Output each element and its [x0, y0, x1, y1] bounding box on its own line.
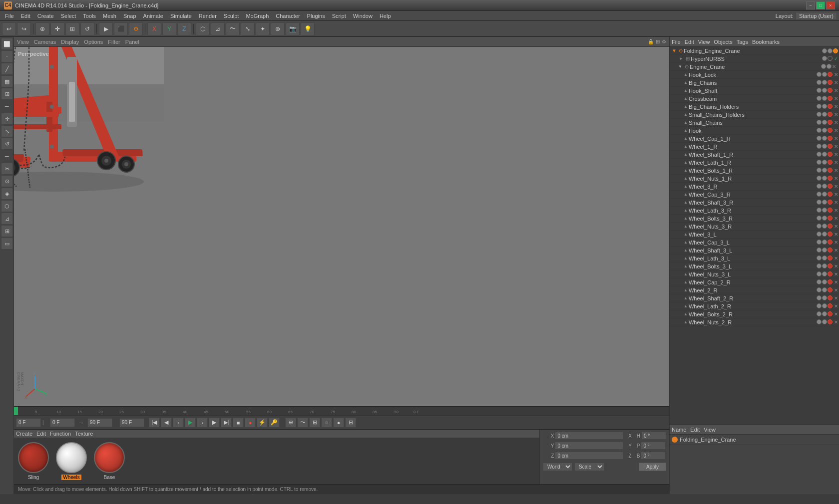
h-input[interactable]: [641, 432, 666, 440]
record2-icon[interactable]: ●: [333, 418, 344, 428]
stop-button[interactable]: ■: [233, 418, 244, 428]
layout-value[interactable]: Startup (User): [796, 12, 837, 20]
viewport[interactable]: Perspective: [14, 47, 669, 406]
select-all-icon[interactable]: ⊕: [35, 22, 49, 35]
measure-icon[interactable]: ⊿: [1, 213, 13, 225]
render-settings-icon[interactable]: ⚙: [129, 22, 143, 35]
spline-icon[interactable]: 〜: [226, 22, 240, 35]
menu-create[interactable]: Create: [34, 12, 57, 19]
tree-item-small-chains-holders[interactable]: ▲ Small_Chains_Holders ✕: [670, 111, 839, 119]
menu-script[interactable]: Script: [329, 12, 349, 19]
curve-icon[interactable]: 〜: [297, 418, 308, 428]
minimize-button[interactable]: −: [806, 1, 815, 9]
tree-item-wheel-bolts-3-l[interactable]: ▲ Wheel_Bolts_3_L ✕: [670, 262, 839, 270]
tree-item-wheel-lath-2-r[interactable]: ▲ Wheel_Lath_2_R ✕: [670, 302, 839, 310]
tree-item-wheel-lath-3-r[interactable]: ▲ Wheel_Lath_3_R ✕: [670, 207, 839, 215]
tree-item-big-chains[interactable]: ▲ Big_Chains ✕: [670, 79, 839, 87]
next-frame-button[interactable]: ›: [197, 418, 208, 428]
attr-edit-menu[interactable]: Edit: [690, 427, 700, 433]
tree-item-wheel-bolts-3-r[interactable]: ▲ Wheel_Bolts_3_R ✕: [670, 215, 839, 223]
scale-tool-icon[interactable]: ⤡: [1, 125, 13, 137]
key-all-button[interactable]: 🔑: [269, 418, 280, 428]
tree-item-wheel-cap-2-r[interactable]: ▲ Wheel_Cap_2_R ✕: [670, 278, 839, 286]
cameras-menu[interactable]: Cameras: [34, 39, 56, 45]
menu-render[interactable]: Render: [196, 12, 220, 19]
tree-item-small-chains[interactable]: ▲ Small_Chains ✕: [670, 119, 839, 127]
paint-icon[interactable]: ⬡: [1, 200, 13, 212]
z-pos-input[interactable]: [555, 452, 623, 460]
tree-item-hook-lock[interactable]: ▲ Hook_Lock ✕: [670, 71, 839, 79]
undo-icon[interactable]: ↩: [2, 22, 16, 35]
edge-mode-icon[interactable]: ╱: [1, 63, 13, 75]
filter-menu[interactable]: Filter: [108, 39, 120, 45]
tree-item-wheel-cap-3-r[interactable]: ▲ Wheel_Cap_3_R ✕: [670, 191, 839, 199]
tree-item-wheel-bolts-2-r[interactable]: ▲ Wheel_Bolts_2_R ✕: [670, 310, 839, 318]
coord-mode-select[interactable]: World Object: [543, 463, 572, 471]
mirror-icon[interactable]: ⊞: [1, 225, 13, 237]
object-mode-icon[interactable]: ⬜: [1, 38, 13, 50]
brush-icon[interactable]: ◈: [1, 188, 13, 200]
tree-item-wheel-shaft-3-r[interactable]: ▲ Wheel_Shaft_3_R ✕: [670, 199, 839, 207]
prev-key-button[interactable]: ◀: [161, 418, 172, 428]
menu-mesh[interactable]: Mesh: [100, 12, 119, 19]
om-view-menu[interactable]: View: [698, 39, 710, 45]
mat-function-menu[interactable]: Function: [50, 431, 71, 437]
attr-view-menu[interactable]: View: [704, 427, 716, 433]
tree-item-wheel-3-l[interactable]: ▲ Wheel_3_L ✕: [670, 231, 839, 239]
polygon-icon[interactable]: ⬡: [196, 22, 210, 35]
menu-select[interactable]: Select: [58, 12, 79, 19]
om-bookmarks-menu[interactable]: Bookmarks: [752, 39, 780, 45]
floor-icon[interactable]: ▭: [1, 238, 13, 250]
tree-item-wheel-shaft-2-r[interactable]: ▲ Wheel_Shaft_2_R ✕: [670, 294, 839, 302]
material-sling[interactable]: Sling: [18, 442, 49, 480]
apply-button[interactable]: Apply: [639, 463, 666, 471]
layout2-icon[interactable]: ⊟: [345, 418, 356, 428]
fps-input[interactable]: [119, 418, 144, 427]
maximize-button[interactable]: □: [816, 1, 825, 9]
material-wheels[interactable]: Wheels: [56, 442, 87, 480]
om-file-menu[interactable]: File: [672, 39, 681, 45]
tree-item-root[interactable]: ▼ ⊙ Folding_Engine_Crane: [670, 47, 839, 55]
tree-item-wheel-nuts-1-r[interactable]: ▲ Wheel_Nuts_1_R ✕: [670, 175, 839, 183]
om-tags-menu[interactable]: Tags: [737, 39, 748, 45]
tree-item-wheel-shaft-1-r[interactable]: ▲ Wheel_Shaft_1_R ✕: [670, 151, 839, 159]
tree-item-hook[interactable]: ▲ Hook ✕: [670, 127, 839, 135]
menu-character[interactable]: Character: [273, 12, 303, 19]
om-edit-menu[interactable]: Edit: [685, 39, 694, 45]
view-menu[interactable]: View: [17, 39, 29, 45]
options-menu[interactable]: Options: [84, 39, 103, 45]
tree-item-wheel-lath-1-r[interactable]: ▲ Wheel_Lath_1_R ✕: [670, 159, 839, 167]
menu-file[interactable]: File: [2, 12, 17, 19]
frame-display[interactable]: [50, 418, 75, 427]
material-base[interactable]: Base: [94, 442, 125, 480]
menu-edit[interactable]: Edit: [18, 12, 33, 19]
auto-key-button[interactable]: ⚡: [257, 418, 268, 428]
field-icon[interactable]: ⊛: [271, 22, 285, 35]
dope-icon[interactable]: ⊞: [309, 418, 320, 428]
x-constraint-icon[interactable]: X: [147, 22, 161, 35]
light-icon[interactable]: 💡: [301, 22, 315, 35]
deform-icon[interactable]: ⤡: [241, 22, 255, 35]
prev-frame-button[interactable]: ‹: [173, 418, 184, 428]
close-button[interactable]: ×: [826, 1, 835, 9]
motion-icon[interactable]: ⊕: [285, 418, 296, 428]
om-objects-menu[interactable]: Objects: [714, 39, 732, 45]
transform-mode-select[interactable]: Scale Move Rotate: [574, 463, 604, 471]
menu-animate[interactable]: Animate: [140, 12, 166, 19]
render-icon[interactable]: ⬛: [114, 22, 128, 35]
p-input[interactable]: [641, 442, 666, 450]
mat-texture-menu[interactable]: Texture: [75, 431, 93, 437]
poly-mode-icon[interactable]: ▦: [1, 75, 13, 87]
viewport-lock-icon[interactable]: 🔒: [648, 39, 654, 44]
display-menu[interactable]: Display: [61, 39, 79, 45]
y-constraint-icon[interactable]: Y: [162, 22, 176, 35]
effector-icon[interactable]: ✦: [256, 22, 270, 35]
attr-name-menu[interactable]: Name: [672, 427, 686, 433]
scale-icon[interactable]: ⊞: [65, 22, 79, 35]
tree-item-wheel-nuts-2-r[interactable]: ▲ Wheel_Nuts_2_R ✕: [670, 318, 839, 326]
move-tool-icon[interactable]: ✛: [1, 113, 13, 125]
move-icon[interactable]: ✛: [50, 22, 64, 35]
menu-window[interactable]: Window: [350, 12, 376, 19]
rotate-tool-icon[interactable]: ↺: [1, 138, 13, 150]
menu-sculpt[interactable]: Sculpt: [221, 12, 242, 19]
